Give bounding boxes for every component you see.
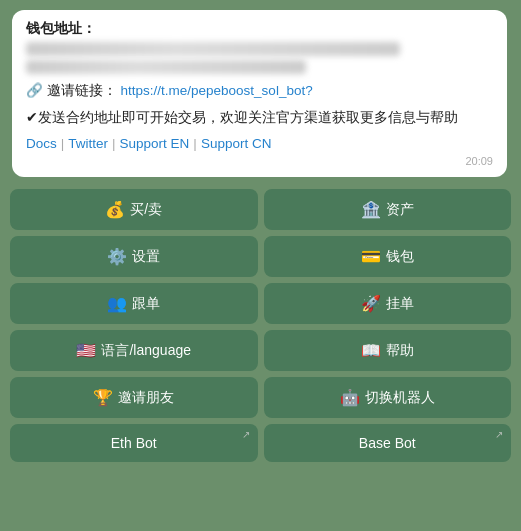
language-icon: 🇺🇸	[76, 341, 96, 360]
language-button[interactable]: 🇺🇸 语言/language	[10, 330, 258, 371]
base-bot-label: Base Bot	[359, 435, 416, 451]
invite-section: 🔗 邀请链接： https://t.me/pepeboost_sol_bot?	[26, 82, 493, 100]
invite-friends-button[interactable]: 🏆 邀请朋友	[10, 377, 258, 418]
settings-button[interactable]: ⚙️ 设置	[10, 236, 258, 277]
blurred-address-line-1	[26, 42, 400, 56]
invite-friends-label: 邀请朋友	[118, 389, 174, 407]
blurred-address-line-2	[26, 60, 306, 74]
support-cn-link[interactable]: Support CN	[201, 136, 272, 151]
help-label: 帮助	[386, 342, 414, 360]
switch-bot-icon: 🤖	[340, 388, 360, 407]
buy-sell-button[interactable]: 💰 买/卖	[10, 189, 258, 230]
message-timestamp: 20:09	[26, 155, 493, 167]
assets-button[interactable]: 🏦 资产	[264, 189, 512, 230]
copy-trade-button[interactable]: 👥 跟单	[10, 283, 258, 324]
eth-bot-external-icon: ↗	[242, 429, 250, 440]
buy-sell-label: 买/卖	[130, 201, 162, 219]
support-en-link[interactable]: Support EN	[120, 136, 190, 151]
switch-bot-label: 切换机器人	[365, 389, 435, 407]
limit-order-button[interactable]: 🚀 挂单	[264, 283, 512, 324]
wallet-section: 钱包地址：	[26, 20, 493, 74]
copy-trade-label: 跟单	[132, 295, 160, 313]
wallet-button[interactable]: 💳 钱包	[264, 236, 512, 277]
buy-sell-icon: 💰	[105, 200, 125, 219]
limit-order-icon: 🚀	[361, 294, 381, 313]
help-icon: 📖	[361, 341, 381, 360]
invite-prefix: 🔗 邀请链接：	[26, 83, 117, 98]
assets-icon: 🏦	[361, 200, 381, 219]
wallet-label: 钱包地址：	[26, 20, 493, 38]
base-bot-button[interactable]: Base Bot ↗	[264, 424, 512, 462]
eth-bot-button[interactable]: Eth Bot ↗	[10, 424, 258, 462]
base-bot-external-icon: ↗	[495, 429, 503, 440]
copy-trade-icon: 👥	[107, 294, 127, 313]
eth-bot-label: Eth Bot	[111, 435, 157, 451]
notice-text: ✔发送合约地址即可开始交易，欢迎关注官方渠道获取更多信息与帮助	[26, 110, 458, 125]
invite-friends-icon: 🏆	[93, 388, 113, 407]
docs-link[interactable]: Docs	[26, 136, 57, 151]
invite-link[interactable]: https://t.me/pepeboost_sol_bot?	[121, 83, 313, 98]
help-button[interactable]: 📖 帮助	[264, 330, 512, 371]
assets-label: 资产	[386, 201, 414, 219]
wallet-label-btn: 钱包	[386, 248, 414, 266]
buttons-grid: 💰 买/卖 🏦 资产 ⚙️ 设置 💳 钱包 👥 跟单 🚀 挂单 🇺🇸 语言/la…	[0, 183, 521, 472]
wallet-icon: 💳	[361, 247, 381, 266]
settings-label: 设置	[132, 248, 160, 266]
links-row: Docs | Twitter | Support EN | Support CN	[26, 136, 493, 151]
settings-icon: ⚙️	[107, 247, 127, 266]
chat-area: 钱包地址： 🔗 邀请链接： https://t.me/pepeboost_sol…	[0, 10, 521, 472]
language-label: 语言/language	[101, 342, 191, 360]
switch-bot-button[interactable]: 🤖 切换机器人	[264, 377, 512, 418]
limit-order-label: 挂单	[386, 295, 414, 313]
twitter-link[interactable]: Twitter	[68, 136, 108, 151]
notice-section: ✔发送合约地址即可开始交易，欢迎关注官方渠道获取更多信息与帮助	[26, 108, 493, 128]
message-bubble: 钱包地址： 🔗 邀请链接： https://t.me/pepeboost_sol…	[12, 10, 507, 177]
